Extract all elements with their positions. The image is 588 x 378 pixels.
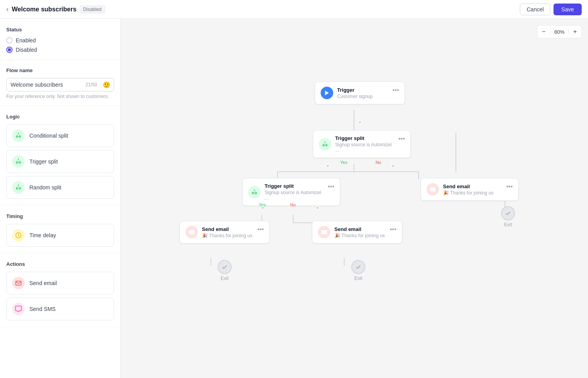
send-email-yes-icon — [185, 226, 198, 238]
connector-dot-2 — [326, 164, 330, 168]
trigger-node-menu[interactable]: ••• — [392, 87, 399, 94]
status-section: Status Enabled Disabled — [0, 19, 120, 60]
enabled-label: Enabled — [16, 37, 36, 44]
send-email-right-icon — [426, 183, 439, 196]
flow-name-input[interactable] — [7, 78, 83, 91]
send-sms-block[interactable]: Send SMS — [6, 298, 114, 320]
topbar: ‹ Welcome subscribers Disabled Cancel Sa… — [0, 0, 588, 19]
flow-name-title: Flow name — [6, 67, 114, 73]
zoom-value: 80% — [550, 29, 569, 35]
trigger-split-2-title: Trigger split — [265, 183, 324, 189]
send-email-label: Send email — [29, 280, 57, 286]
exit-middle-circle — [351, 260, 365, 274]
send-sms-icon — [12, 303, 25, 315]
send-email-right-subtitle: 🎉 Thanks for joining us — [443, 190, 502, 196]
exit-right-label: Exit — [504, 222, 512, 227]
disabled-label: Disabled — [16, 47, 37, 53]
send-email-right-menu[interactable]: ••• — [506, 183, 513, 190]
main-layout: Status Enabled Disabled Flow name 21/50 … — [0, 19, 588, 378]
time-delay-block[interactable]: Time delay — [6, 224, 114, 247]
exit-left-label: Exit — [221, 276, 229, 281]
exit-middle: Exit — [351, 260, 365, 281]
flow-name-section: Flow name 21/50 🙂 For your reference onl… — [0, 60, 120, 106]
trigger-node-title: Trigger — [337, 87, 388, 93]
status-enabled[interactable]: Enabled — [6, 37, 114, 44]
page-title: Welcome subscribers — [12, 6, 76, 13]
trigger-split-1-icon — [319, 138, 331, 151]
trigger-split-2-node[interactable]: Trigger split Signup source is Automizel… — [242, 178, 340, 206]
trigger-split-label: Trigger split — [29, 158, 58, 165]
send-email-icon — [12, 277, 25, 289]
sidebar: Status Enabled Disabled Flow name 21/50 … — [0, 19, 121, 378]
zoom-out-button[interactable]: − — [537, 25, 550, 38]
trigger-split-1-title: Trigger split — [335, 135, 394, 141]
send-email-yes-node[interactable]: Send email 🎉 Thanks for joining us ••• — [180, 221, 270, 244]
branch-yes-1: Yes — [340, 160, 347, 165]
status-disabled[interactable]: Disabled — [6, 47, 114, 53]
send-email-yes-title: Send email — [202, 226, 253, 232]
send-email-block[interactable]: Send email — [6, 272, 114, 294]
back-button[interactable]: ‹ — [6, 5, 9, 13]
emoji-button[interactable]: 🙂 — [100, 81, 114, 89]
trigger-split-icon — [12, 155, 25, 168]
connector-dot-3 — [391, 164, 395, 168]
random-split-label: Random split — [29, 184, 62, 191]
send-sms-label: Send SMS — [29, 306, 56, 312]
actions-section: Actions Send email Send SMS — [0, 253, 120, 327]
time-delay-label: Time delay — [29, 232, 56, 238]
canvas: − 80% + — [121, 19, 588, 378]
connector-dot-1 — [358, 120, 362, 124]
char-count: 21/50 — [83, 82, 100, 87]
conditional-split-block[interactable]: Conditional split — [6, 124, 114, 147]
send-email-yes-menu[interactable]: ••• — [257, 226, 264, 233]
conditional-split-label: Conditional split — [29, 133, 68, 139]
status-radio-group: Enabled Disabled — [6, 37, 114, 53]
random-split-block[interactable]: Random split — [6, 176, 114, 199]
trigger-split-2-icon — [248, 186, 261, 198]
zoom-in-button[interactable]: + — [569, 25, 581, 38]
trigger-split-1-subtitle: Signup source is Automizel ... — [335, 142, 394, 153]
connector-dot-5 — [316, 206, 319, 210]
conditional-split-icon — [12, 129, 25, 142]
logic-section: Logic Conditional split Trigger split Ra… — [0, 106, 120, 205]
enabled-radio[interactable] — [6, 37, 13, 44]
status-title: Status — [6, 27, 114, 33]
zoom-controls: − 80% + — [537, 25, 582, 38]
flow-name-input-wrap: 21/50 🙂 — [6, 78, 114, 91]
send-email-right-title: Send email — [443, 184, 502, 189]
trigger-node-subtitle: Customer signup — [337, 94, 388, 99]
save-button[interactable]: Save — [554, 4, 582, 15]
status-badge: Disabled — [80, 5, 105, 13]
trigger-icon — [321, 87, 333, 99]
trigger-split-1-node[interactable]: Trigger split Signup source is Automizel… — [313, 130, 411, 158]
exit-right: Exit — [501, 206, 515, 227]
exit-left: Exit — [218, 260, 232, 281]
exit-left-circle — [218, 260, 232, 274]
actions-title: Actions — [6, 261, 114, 267]
send-email-no-title: Send email — [334, 226, 386, 232]
random-split-icon — [12, 181, 25, 194]
logic-title: Logic — [6, 114, 114, 120]
timing-section: Timing Time delay — [0, 205, 120, 253]
trigger-split-block[interactable]: Trigger split — [6, 150, 114, 173]
trigger-split-2-menu[interactable]: ••• — [328, 183, 334, 190]
flow-name-hint: For your reference only. Not shown to cu… — [6, 94, 114, 99]
disabled-radio[interactable] — [6, 47, 13, 53]
trigger-split-1-menu[interactable]: ••• — [398, 135, 405, 142]
exit-middle-label: Exit — [354, 276, 362, 281]
trigger-node[interactable]: Trigger Customer signup ••• — [315, 82, 405, 104]
send-email-no-node[interactable]: Send email 🎉 Thanks for joining us ••• — [312, 221, 402, 244]
exit-right-circle — [501, 206, 515, 220]
send-email-yes-subtitle: 🎉 Thanks for joining us — [202, 233, 253, 238]
svg-marker-8 — [325, 91, 328, 95]
trigger-split-2-subtitle: Signup source is Automizel ... — [265, 190, 324, 201]
send-email-right-node[interactable]: Send email 🎉 Thanks for joining us ••• — [421, 178, 519, 201]
branch-no-1: No — [376, 160, 381, 165]
send-email-no-menu[interactable]: ••• — [390, 226, 396, 233]
send-email-no-subtitle: 🎉 Thanks for joining us — [334, 233, 386, 238]
send-email-no-icon — [318, 226, 330, 238]
connector-dot-4 — [261, 206, 265, 210]
timing-title: Timing — [6, 213, 114, 219]
time-delay-icon — [12, 229, 25, 242]
cancel-button[interactable]: Cancel — [520, 4, 550, 15]
